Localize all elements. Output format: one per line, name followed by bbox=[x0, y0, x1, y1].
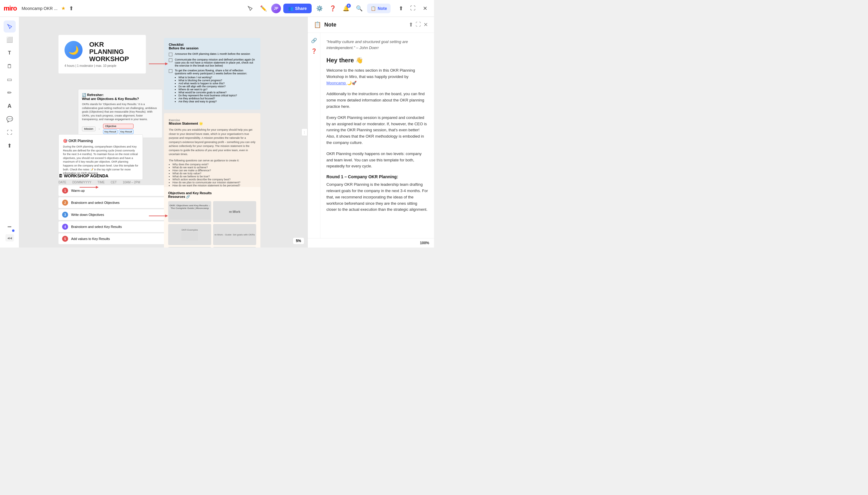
sidebar-collapse-btn[interactable]: ◀◀ bbox=[5, 234, 14, 241]
board-content: 🌙 OKR PLANNING WORKSHOP 4 hours | 1 mode… bbox=[19, 17, 307, 248]
upload-icon[interactable]: ⬆ bbox=[69, 5, 73, 12]
exercise-card-title: Exercise Mission Statement 🌟 bbox=[169, 118, 256, 125]
expand-btn[interactable]: ⛶ bbox=[408, 3, 418, 14]
resources-card: Objectives and Key Results Resources 🔗 O… bbox=[164, 187, 260, 248]
arrow-2: ▶ bbox=[80, 187, 96, 188]
workshop-title: OKR PLANNING WORKSHOP bbox=[89, 41, 129, 63]
agenda-item-2: 2 Brainstorm and select Objectives ⏱45mi… bbox=[59, 197, 179, 208]
resources-card-title: Objectives and Key Results Resources 🔗 bbox=[168, 191, 256, 199]
panel-export-btn[interactable]: ⬆ bbox=[409, 21, 413, 28]
panel-side-icon-1[interactable]: 🔗 bbox=[311, 38, 317, 44]
refresher-title: 🔄 Refresher: What are Objectives & Key R… bbox=[82, 93, 159, 101]
panel-side-icons: 🔗 ❓ bbox=[308, 33, 321, 238]
resource-thumb-3: DKR Examples bbox=[168, 224, 211, 245]
export-btn[interactable]: ⬆ bbox=[395, 3, 406, 14]
note-panel-btn[interactable]: 📋 Note bbox=[367, 4, 391, 13]
checklist-section-title: Checklist Before the session bbox=[169, 43, 256, 50]
checklist-item-3: To get the creative juices flowing, shar… bbox=[169, 69, 256, 103]
comment-tool[interactable]: 💬 bbox=[4, 113, 16, 125]
upload-tool[interactable]: ⬆ bbox=[4, 140, 16, 152]
text-tool[interactable]: T bbox=[4, 47, 16, 59]
workshop-meta: 4 hours | 1 moderator | max. 10 people bbox=[65, 64, 140, 67]
panel-side-icon-2[interactable]: ❓ bbox=[311, 48, 317, 54]
close-btn[interactable]: ✕ bbox=[420, 3, 430, 14]
agenda-item-1: 1 Warm-up ⏱30min bbox=[59, 185, 179, 196]
panel-body-wrapper: 🔗 ❓ "Healthy culture and structured goal… bbox=[308, 33, 434, 238]
resource-thumb-6 bbox=[213, 247, 256, 248]
canvas-area[interactable]: 🌙 OKR PLANNING WORKSHOP 4 hours | 1 mode… bbox=[19, 17, 307, 248]
panel-quote: "Healthy culture and structured goal set… bbox=[326, 39, 428, 51]
panel-expand-btn[interactable]: ⛶ bbox=[415, 21, 421, 28]
miro-logo: miro bbox=[4, 4, 17, 12]
main-layout: ⬜ T 🗒 ▭ ✏ A 💬 ⛶ ⬆ ••• ◀◀ 🌙 OKR PLANNING bbox=[0, 17, 434, 248]
toolbar: miro Mooncamp OKR ... ★ ⬆ ✏️ JP 👥 Share … bbox=[0, 0, 434, 17]
resources-grid: OKR: Objectives and Key Results – The Co… bbox=[168, 201, 256, 245]
agenda-item-5: 5 Add values to Key Results ⏱20min bbox=[59, 233, 179, 244]
star-icon[interactable]: ★ bbox=[61, 5, 65, 11]
panel-collapse-btn[interactable]: ⋮ bbox=[301, 129, 307, 136]
note-panel-title: Note bbox=[324, 22, 337, 28]
note-panel-header-icon: 📋 bbox=[314, 21, 321, 28]
resource-thumb-1: OKR: Objectives and Key Results – The Co… bbox=[168, 201, 211, 222]
notification-badge: 8 bbox=[347, 4, 351, 8]
note-para1: Additionally to the instructions on the … bbox=[326, 91, 428, 109]
resources-row2: Measure What Matters bbox=[168, 247, 256, 248]
panel-actions: ⬆ ⛶ ✕ bbox=[409, 21, 428, 28]
note-heading: Hey there 👋 bbox=[326, 57, 428, 64]
round1-body: Company OKR Planning is the leadership t… bbox=[326, 182, 428, 213]
checkbox-1[interactable] bbox=[169, 53, 173, 56]
notifications-btn[interactable]: 🔔 8 bbox=[341, 3, 351, 14]
select-tool-btn[interactable] bbox=[245, 3, 256, 14]
note-para3: OKR Planning mostly happens on two level… bbox=[326, 151, 428, 170]
agenda-header: DATE DD/MM/YYYY TIME CET 10AM – 2PM bbox=[59, 181, 179, 184]
exercise-body: The OKRs you are establishing for your c… bbox=[169, 128, 256, 157]
share-button[interactable]: 👥 Share bbox=[283, 4, 312, 13]
arrow-1: ▶ bbox=[149, 64, 165, 64]
checklist-item-1: Announce the OKR planning dates 1 month … bbox=[169, 52, 256, 56]
pen-tool-btn[interactable]: ✏️ bbox=[258, 3, 269, 14]
note-intro: Welcome to the notes section in this OKR… bbox=[326, 67, 428, 86]
shape-tool[interactable]: ▭ bbox=[4, 73, 16, 86]
note-panel: 📋 Note ⬆ ⛶ ✕ 🔗 ❓ "Healthy culture and st… bbox=[307, 17, 434, 248]
share-icon: 👥 bbox=[288, 6, 293, 11]
crop-tool[interactable]: ⛶ bbox=[4, 126, 16, 138]
svg-marker-0 bbox=[248, 6, 252, 11]
canvas-controls: 5% bbox=[293, 237, 305, 244]
checkbox-3[interactable] bbox=[169, 69, 173, 73]
checkbox-2[interactable] bbox=[169, 58, 173, 62]
mooncamp-link[interactable]: Mooncamp bbox=[326, 81, 347, 85]
refresher-box: 🔄 Refresher: What are Objectives & Key R… bbox=[78, 89, 162, 138]
svg-marker-1 bbox=[7, 24, 12, 29]
pen-tool[interactable]: ✏ bbox=[4, 87, 16, 99]
resource-thumb-5: Measure What Matters bbox=[168, 247, 211, 248]
frames-tool[interactable]: ⬜ bbox=[4, 34, 16, 46]
search-btn[interactable]: 🔍 bbox=[354, 3, 365, 14]
zoom-indicator[interactable]: 5% bbox=[293, 237, 305, 244]
agenda-item-3: 3 Write down Objectives ⏱25min bbox=[59, 209, 179, 220]
zoom-level: 100% bbox=[420, 241, 429, 245]
note-panel-header: 📋 Note ⬆ ⛶ ✕ bbox=[308, 17, 434, 33]
help-btn[interactable]: ❓ bbox=[327, 3, 338, 14]
marker-tool[interactable]: A bbox=[4, 100, 16, 112]
workshop-logo: 🌙 bbox=[65, 41, 83, 59]
arrow-3: ▶ bbox=[149, 216, 165, 216]
checklist-card: Checklist Before the session Announce th… bbox=[164, 38, 260, 109]
panel-close-btn[interactable]: ✕ bbox=[423, 21, 428, 28]
more-tools[interactable]: ••• bbox=[4, 221, 16, 233]
round1-title: Round 1 – Company OKR Planning: bbox=[326, 174, 428, 179]
cursor-tool[interactable] bbox=[4, 20, 16, 33]
okr-planning-box: 🎯 OKR Planning During the OKR planning, … bbox=[59, 134, 143, 180]
user-avatar: JP bbox=[271, 4, 281, 13]
note-para2: Every OKR Planning session is prepared a… bbox=[326, 115, 428, 146]
settings-btn[interactable]: ⚙️ bbox=[314, 3, 325, 14]
agenda-item-4: 4 Brainstorm and select Key Results ⏱40m… bbox=[59, 221, 179, 232]
sticky-note-tool[interactable]: 🗒 bbox=[4, 60, 16, 72]
note-panel-content: "Healthy culture and structured goal set… bbox=[321, 33, 434, 238]
refresher-body: OKRs stands for 'Objectives and Key Resu… bbox=[82, 102, 159, 121]
okr-planning-title: 🎯 OKR Planning bbox=[63, 139, 138, 143]
document-title[interactable]: Mooncamp OKR ... bbox=[22, 6, 58, 11]
resource-thumb-4: re:Work - Guide: Set goals with OKRs bbox=[213, 224, 256, 245]
okr-diagram: Mission → Objective Key Result Key Resul… bbox=[82, 124, 159, 134]
okr-planning-body: During the OKR planning, company/team Ob… bbox=[63, 145, 138, 175]
left-sidebar: ⬜ T 🗒 ▭ ✏ A 💬 ⛶ ⬆ ••• ◀◀ bbox=[0, 17, 19, 248]
